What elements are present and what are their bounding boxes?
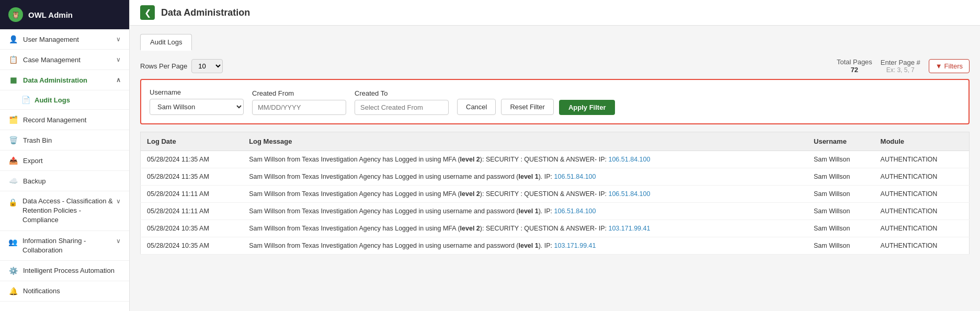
- trash-bin-icon: 🗑️: [8, 135, 18, 145]
- filter-box: Username Sam Willson Created From Create…: [140, 79, 970, 124]
- content-area: Audit Logs Rows Per Page 10 20 50 100 To…: [130, 26, 980, 311]
- data-administration-icon: ▦: [8, 75, 18, 85]
- username-filter-group: Username Sam Willson: [150, 88, 244, 115]
- sidebar-item-case-management[interactable]: 📋 Case Management ∨: [0, 50, 129, 70]
- created-to-input[interactable]: [355, 100, 449, 115]
- cell-module: AUTHENTICATION: [874, 203, 970, 220]
- cell-username: Sam Willson: [807, 203, 874, 220]
- user-management-icon: 👤: [8, 34, 18, 44]
- cell-log-message: Sam Willson from Texas Investigation Age…: [243, 151, 807, 168]
- export-icon: 📤: [8, 156, 18, 165]
- table-row: 05/28/2024 11:35 AM Sam Willson from Tex…: [141, 151, 970, 168]
- audit-logs-icon: 📄: [21, 95, 30, 105]
- sidebar-item-label: Notifications: [23, 287, 60, 295]
- cell-module: AUTHENTICATION: [874, 151, 970, 168]
- enter-page-group: Enter Page # Ex: 3, 5, 7: [881, 59, 920, 74]
- chevron-down-icon: ∨: [116, 36, 121, 43]
- cell-log-date: 05/28/2024 11:11 AM: [141, 186, 243, 203]
- rows-per-page-control: Rows Per Page 10 20 50 100: [140, 59, 223, 73]
- cell-log-message: Sam Willson from Texas Investigation Age…: [243, 168, 807, 186]
- cell-log-date: 05/28/2024 10:35 AM: [141, 220, 243, 237]
- rows-per-page-label: Rows Per Page: [140, 62, 187, 70]
- enter-page-example: Ex: 3, 5, 7: [886, 66, 915, 74]
- sidebar: 🦉 OWL Admin 👤 User Management ∨ 📋 Case M…: [0, 0, 130, 311]
- sidebar-item-audit-logs[interactable]: 📄 Audit Logs: [0, 90, 129, 110]
- cell-module: AUTHENTICATION: [874, 237, 970, 255]
- table-body: 05/28/2024 11:35 AM Sam Willson from Tex…: [141, 151, 970, 255]
- app-title: OWL Admin: [28, 10, 73, 19]
- tab-audit-logs[interactable]: Audit Logs: [140, 34, 192, 51]
- sidebar-item-info-sharing[interactable]: 👥 Information Sharing - Collaboration ∨: [0, 231, 129, 261]
- col-module: Module: [874, 132, 970, 151]
- cell-log-date: 05/28/2024 11:11 AM: [141, 203, 243, 220]
- sidebar-item-intelligent-process[interactable]: ⚙️ Intelligent Process Automation: [0, 261, 129, 281]
- cell-log-date: 05/28/2024 10:35 AM: [141, 237, 243, 255]
- created-to-label: Created To: [355, 89, 449, 97]
- cell-log-message: Sam Willson from Texas Investigation Age…: [243, 237, 807, 255]
- sidebar-item-user-management[interactable]: 👤 User Management ∨: [0, 29, 129, 50]
- cell-log-date: 05/28/2024 11:35 AM: [141, 168, 243, 186]
- sidebar-header: 🦉 OWL Admin: [0, 0, 129, 29]
- sidebar-item-label: Export: [23, 157, 43, 165]
- table-header-row: Log Date Log Message Username Module: [141, 132, 970, 151]
- record-management-icon: 🗂️: [8, 115, 18, 124]
- sidebar-item-record-management[interactable]: 🗂️ Record Management: [0, 110, 129, 130]
- apply-filter-button[interactable]: Apply Filter: [559, 100, 616, 115]
- cell-log-date: 05/28/2024 11:35 AM: [141, 151, 243, 168]
- reset-filter-button[interactable]: Reset Filter: [501, 99, 553, 115]
- table-row: 05/28/2024 11:11 AM Sam Willson from Tex…: [141, 186, 970, 203]
- col-log-date: Log Date: [141, 132, 243, 151]
- username-select[interactable]: Sam Willson: [150, 99, 244, 115]
- enter-page-label: Enter Page #: [881, 59, 920, 66]
- sidebar-item-export[interactable]: 📤 Export: [0, 151, 129, 171]
- table-row: 05/28/2024 10:35 AM Sam Willson from Tex…: [141, 237, 970, 255]
- created-to-filter-group: Created To: [355, 89, 449, 115]
- total-pages-group: Total Pages 72: [837, 58, 872, 74]
- sidebar-item-label: Intelligent Process Automation: [23, 267, 115, 274]
- created-from-filter-group: Created From: [252, 89, 346, 115]
- sidebar-sub-item-label: Audit Logs: [35, 96, 70, 104]
- controls-row: Rows Per Page 10 20 50 100 Total Pages 7…: [140, 58, 970, 74]
- sidebar-item-label: Case Management: [23, 56, 81, 64]
- sidebar-item-label: Record Management: [23, 116, 86, 124]
- page-title: Data Administration: [161, 7, 250, 18]
- intelligent-process-icon: ⚙️: [8, 266, 18, 275]
- cell-log-message: Sam Willson from Texas Investigation Age…: [243, 186, 807, 203]
- sidebar-item-label: Data Administration: [23, 76, 87, 84]
- cell-module: AUTHENTICATION: [874, 220, 970, 237]
- sidebar-item-trash-bin[interactable]: 🗑️ Trash Bin: [0, 130, 129, 151]
- filter-icon: ▼: [936, 62, 942, 70]
- sidebar-item-data-access[interactable]: 🔒 Data Access - Classification & Retenti…: [0, 191, 129, 231]
- total-pages-label: Total Pages: [837, 58, 872, 66]
- top-bar: ❮ Data Administration: [130, 0, 980, 26]
- chevron-down-icon: ∨: [116, 198, 121, 205]
- backup-icon: ☁️: [8, 176, 18, 186]
- rows-per-page-select[interactable]: 10 20 50 100: [191, 59, 223, 73]
- filter-actions: Cancel Reset Filter Apply Filter: [457, 99, 615, 115]
- sidebar-item-backup[interactable]: ☁️ Backup: [0, 171, 129, 191]
- sidebar-item-label: User Management: [23, 36, 79, 43]
- username-label: Username: [150, 88, 244, 96]
- sidebar-item-notifications[interactable]: 🔔 Notifications: [0, 281, 129, 302]
- col-username: Username: [807, 132, 874, 151]
- info-sharing-icon: 👥: [8, 237, 17, 247]
- total-pages-value: 72: [851, 66, 858, 74]
- sidebar-toggle-button[interactable]: ❮: [140, 5, 155, 20]
- audit-logs-table: Log Date Log Message Username Module 05/…: [140, 132, 970, 255]
- sidebar-item-label: Trash Bin: [23, 136, 52, 144]
- cancel-button[interactable]: Cancel: [457, 99, 496, 115]
- cell-username: Sam Willson: [807, 186, 874, 203]
- case-management-icon: 📋: [8, 55, 18, 64]
- sidebar-item-data-administration[interactable]: ▦ Data Administration ∧: [0, 70, 129, 90]
- table-row: 05/28/2024 10:35 AM Sam Willson from Tex…: [141, 220, 970, 237]
- owl-admin-icon: 🦉: [8, 7, 23, 22]
- chevron-up-icon: ∧: [116, 76, 121, 84]
- filters-button[interactable]: ▼ Filters: [929, 59, 970, 73]
- right-controls: Total Pages 72 Enter Page # Ex: 3, 5, 7 …: [837, 58, 970, 74]
- col-log-message: Log Message: [243, 132, 807, 151]
- cell-username: Sam Willson: [807, 237, 874, 255]
- notifications-icon: 🔔: [8, 286, 18, 296]
- created-from-input[interactable]: [252, 100, 346, 115]
- cell-module: AUTHENTICATION: [874, 186, 970, 203]
- chevron-down-icon: ∨: [116, 237, 121, 245]
